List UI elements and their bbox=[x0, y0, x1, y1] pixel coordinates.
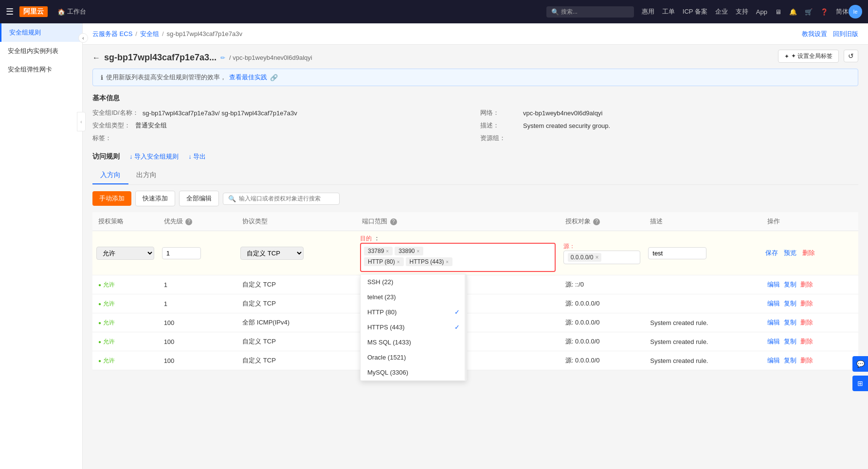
sidebar-toggle[interactable]: ‹ bbox=[78, 33, 88, 43]
sidebar-item-security-rule[interactable]: 安全组规则 bbox=[0, 23, 82, 42]
global-search-box[interactable]: 🔍 bbox=[546, 6, 634, 18]
port-tag-https-text: HTTPS (443) bbox=[410, 258, 444, 265]
main-content: 云服务器 ECS / 安全组 / sg-bp17wpl43caf7p1e7a3v… bbox=[83, 23, 868, 469]
edit-all-button[interactable]: 全部编辑 bbox=[179, 191, 219, 206]
global-search-input[interactable] bbox=[561, 8, 629, 15]
nav-item-app[interactable]: App bbox=[756, 8, 767, 16]
row4-delete[interactable]: 删除 bbox=[800, 356, 813, 365]
port-tag-input[interactable] bbox=[454, 258, 469, 266]
nav-item-huiyong[interactable]: 惠用 bbox=[642, 7, 654, 16]
source-tag-remove[interactable]: × bbox=[595, 254, 598, 261]
refresh-button[interactable]: ↺ bbox=[844, 50, 858, 62]
info-row-tag: 标签： bbox=[92, 134, 470, 143]
row4-copy[interactable]: 复制 bbox=[784, 356, 796, 365]
dropdown-item-mysql[interactable]: MySQL (3306) bbox=[361, 365, 467, 380]
auth-tip-icon[interactable]: ? bbox=[593, 218, 600, 225]
source-label: 源： bbox=[563, 243, 575, 250]
workbench-link[interactable]: 🏠 工作台 bbox=[57, 7, 86, 16]
row4-edit[interactable]: 编辑 bbox=[767, 356, 780, 365]
rule-search-input[interactable] bbox=[239, 195, 334, 202]
nav-icon-bell[interactable]: 🔔 bbox=[789, 8, 797, 16]
logo[interactable]: 阿里云 bbox=[19, 6, 48, 17]
row0-allow-badge: 允许 bbox=[98, 281, 152, 289]
port-tag-33890-remove[interactable]: × bbox=[417, 249, 420, 254]
sidebar-item-security-nic[interactable]: 安全组弹性网卡 bbox=[0, 60, 82, 79]
row3-copy[interactable]: 复制 bbox=[784, 337, 796, 346]
rule-search-icon: 🔍 bbox=[228, 195, 236, 202]
chat-button[interactable]: 💬 bbox=[852, 356, 868, 372]
nav-icon-help[interactable]: ❓ bbox=[820, 8, 828, 16]
dropdown-item-oracle[interactable]: Oracle (1521) bbox=[361, 350, 467, 365]
port-tag-33789-remove[interactable]: × bbox=[386, 249, 389, 254]
help-button[interactable]: ⊞ bbox=[852, 376, 868, 391]
nav-icon-monitor[interactable]: 🖥 bbox=[775, 8, 781, 16]
info-row-type: 安全组类型： 普通安全组 bbox=[92, 121, 470, 130]
table-row: 允许 100 自定义 TCP 目的: 22/... 源: 0.0.0.0/0 S… bbox=[92, 351, 858, 370]
dropdown-item-ssh[interactable]: SSH (22) bbox=[361, 274, 467, 289]
tab-inbound[interactable]: 入方向 bbox=[92, 167, 128, 184]
protocol-select[interactable]: 自定义 TCP bbox=[240, 247, 304, 260]
breadcrumb-security-group[interactable]: 安全组 bbox=[140, 30, 159, 38]
back-old-link[interactable]: 回到旧版 bbox=[833, 30, 858, 38]
collapse-sidebar-button[interactable]: ‹ bbox=[77, 112, 86, 131]
row1-edit[interactable]: 编辑 bbox=[767, 299, 780, 308]
export-button[interactable]: ↓ 导出 bbox=[188, 152, 206, 161]
nav-item-support[interactable]: 支持 bbox=[736, 7, 748, 16]
save-button[interactable]: 保存 bbox=[765, 249, 778, 256]
sidebar-item-label-nic: 安全组弹性网卡 bbox=[8, 66, 52, 73]
policy-select[interactable]: 允许 bbox=[96, 247, 154, 260]
nav-icon-cart[interactable]: 🛒 bbox=[805, 8, 813, 16]
edit-title-icon[interactable]: ✏ bbox=[220, 54, 225, 61]
dropdown-item-http[interactable]: HTTP (80) ✓ bbox=[361, 305, 467, 320]
row3-action-links: 编辑 复制 删除 bbox=[767, 337, 852, 346]
priority-input[interactable] bbox=[162, 247, 201, 259]
dropdown-item-telnet-label: telnet (23) bbox=[367, 293, 396, 301]
row2-delete[interactable]: 删除 bbox=[800, 318, 813, 327]
nav-item-gongdan[interactable]: 工单 bbox=[662, 7, 675, 16]
import-button[interactable]: ↓ 导入安全组规则 bbox=[129, 152, 179, 161]
best-practice-link[interactable]: 查看最佳实践 bbox=[229, 73, 267, 82]
row0-source: 源: ::/0 bbox=[560, 275, 645, 294]
row3-edit[interactable]: 编辑 bbox=[767, 337, 780, 346]
port-tags-container[interactable]: 33789 × 33890 × bbox=[360, 243, 556, 272]
delete-button[interactable]: 删除 bbox=[802, 249, 815, 256]
breadcrumb-ecs[interactable]: 云服务器 ECS bbox=[92, 30, 132, 38]
port-tag-http-remove[interactable]: × bbox=[397, 259, 400, 265]
dropdown-item-https[interactable]: HTTPS (443) ✓ bbox=[361, 320, 467, 335]
tab-outbound[interactable]: 出方向 bbox=[128, 167, 164, 184]
dropdown-scrollbar[interactable] bbox=[465, 274, 467, 380]
user-avatar[interactable]: Ie bbox=[849, 5, 862, 18]
dropdown-item-telnet[interactable]: telnet (23) bbox=[361, 289, 467, 305]
priority-tip-icon[interactable]: ? bbox=[185, 218, 192, 225]
manual-add-button[interactable]: 手动添加 bbox=[92, 191, 131, 206]
vpc-info: / vpc-bp1weyb4nev0l6d9alqyi bbox=[229, 54, 312, 61]
desc-input[interactable] bbox=[648, 247, 706, 259]
port-tag-https-remove[interactable]: × bbox=[446, 259, 449, 265]
dropdown-item-rdp[interactable]: RDP (3389) bbox=[361, 380, 467, 381]
back-button[interactable]: ← bbox=[92, 54, 100, 62]
global-tag-button[interactable]: ✦ ✦ 设置全局标签 bbox=[778, 50, 839, 63]
th-desc: 描述 bbox=[644, 212, 761, 231]
row3-delete[interactable]: 删除 bbox=[800, 337, 813, 346]
row4-priority: 100 bbox=[158, 351, 237, 370]
row1-delete[interactable]: 删除 bbox=[800, 299, 813, 308]
row2-copy[interactable]: 复制 bbox=[784, 318, 796, 327]
nav-lang-label[interactable]: 简体 bbox=[836, 7, 849, 16]
row1-copy[interactable]: 复制 bbox=[784, 299, 796, 308]
row4-policy: 允许 bbox=[92, 351, 158, 370]
row0-edit[interactable]: 编辑 bbox=[767, 280, 780, 289]
port-tip-icon[interactable]: ? bbox=[390, 218, 397, 225]
row0-delete[interactable]: 删除 bbox=[800, 280, 813, 289]
preview-button[interactable]: 预览 bbox=[784, 249, 796, 256]
menu-icon[interactable]: ☰ bbox=[6, 6, 14, 17]
rule-search-box[interactable]: 🔍 bbox=[223, 193, 340, 205]
row0-copy[interactable]: 复制 bbox=[784, 280, 796, 289]
row2-edit[interactable]: 编辑 bbox=[767, 318, 780, 327]
quick-add-button[interactable]: 快速添加 bbox=[135, 191, 175, 206]
help-setup-link[interactable]: 教我设置 bbox=[802, 30, 827, 38]
row2-priority: 100 bbox=[158, 313, 237, 332]
nav-item-icp[interactable]: ICP 备案 bbox=[683, 7, 707, 16]
dropdown-item-mssql[interactable]: MS SQL (1433) bbox=[361, 335, 467, 350]
nav-item-qiye[interactable]: 企业 bbox=[715, 7, 728, 16]
sidebar-item-security-instance[interactable]: 安全组内实例列表 bbox=[0, 42, 82, 60]
